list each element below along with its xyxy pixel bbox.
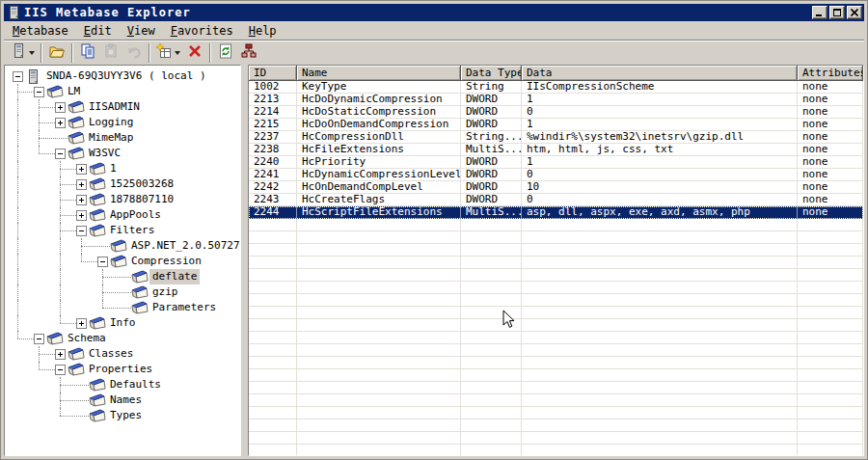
connect-button[interactable]	[8, 42, 38, 64]
column-header-data[interactable]: Data	[522, 66, 798, 81]
expand-expander[interactable]	[76, 195, 87, 205]
tree-item-info[interactable]: Info	[5, 315, 240, 331]
expand-expander[interactable]	[55, 102, 66, 113]
open-button[interactable]	[45, 42, 68, 64]
minimize-button[interactable]	[812, 6, 827, 19]
tree-item-label[interactable]: W3SVC	[86, 146, 123, 161]
tree-item-label[interactable]: Logging	[86, 115, 136, 130]
tree-item-label[interactable]: 1878807110	[107, 192, 176, 207]
tree-item-lm[interactable]: LM	[5, 84, 240, 99]
collapse-expander[interactable]	[76, 226, 87, 236]
table-cell: none	[798, 94, 863, 106]
collapse-expander[interactable]	[97, 257, 108, 267]
menu-help[interactable]: Help	[241, 23, 285, 39]
new-key-button[interactable]	[153, 42, 183, 64]
tree-item-properties[interactable]: Properties	[5, 362, 240, 377]
tree-item-label[interactable]: Properties	[86, 362, 155, 377]
tree-item-label[interactable]: ASP.NET_2.0.50727.0	[128, 238, 241, 254]
tree-item-label[interactable]: Parameters	[149, 300, 219, 315]
title-bar[interactable]: IIS Metabase Explorer	[4, 4, 864, 21]
menu-edit[interactable]: Edit	[76, 23, 120, 39]
tree-item-asp-net-2-0-50727-0[interactable]: ASP.NET_2.0.50727.0	[5, 238, 240, 254]
dropdown-arrow-icon[interactable]	[29, 51, 35, 55]
table-row[interactable]: 2238HcFileExtensionsMultiS...htm, html, …	[249, 144, 863, 156]
tree-item-parameters[interactable]: Parameters	[5, 300, 240, 315]
tree-item-filters[interactable]: Filters	[5, 223, 240, 238]
collapse-expander[interactable]	[55, 149, 66, 159]
expand-expander[interactable]	[76, 318, 87, 329]
table-row[interactable]: 2242HcOnDemandCompLevelDWORD10none	[249, 181, 863, 194]
tree-item-label[interactable]: AppPools	[107, 207, 164, 223]
menu-metabase[interactable]: Metabase	[5, 23, 76, 39]
table-row[interactable]: 2215HcDoOnDemandCompressionDWORD1none	[249, 119, 863, 131]
tree-item-1[interactable]: 1	[5, 161, 240, 176]
panel-splitter[interactable]	[241, 65, 248, 456]
view-tree-button[interactable]	[237, 42, 260, 64]
expand-expander[interactable]	[55, 349, 66, 360]
collapse-expander[interactable]	[34, 334, 44, 344]
tree-item-logging[interactable]: Logging	[5, 115, 240, 130]
tree-item-label[interactable]: Schema	[65, 331, 109, 346]
collapse-expander[interactable]	[55, 365, 66, 375]
tree-item-mimemap[interactable]: MimeMap	[5, 130, 240, 146]
tree-item-classes[interactable]: Classes	[5, 346, 240, 362]
table-row[interactable]: 2237HcCompressionDllString...%windir%\sy…	[249, 131, 863, 144]
tree-item-apppools[interactable]: AppPools	[5, 207, 240, 223]
tree-item-types[interactable]: Types	[5, 408, 240, 423]
tree-item-names[interactable]: Names	[5, 392, 240, 408]
refresh-button[interactable]	[214, 42, 237, 64]
expand-expander[interactable]	[76, 179, 87, 190]
tree-item-label[interactable]: Filters	[107, 223, 157, 238]
delete-button[interactable]	[183, 42, 206, 64]
tree-item-w3svc[interactable]: W3SVC	[5, 146, 240, 161]
maximize-button[interactable]	[829, 6, 845, 19]
tree-item-label[interactable]: Classes	[86, 346, 136, 362]
table-cell: HcOnDemandCompLevel	[297, 181, 461, 194]
table-row[interactable]: 2241HcDynamicCompressionLevelDWORD0none	[249, 169, 863, 181]
column-header-name[interactable]: Name	[297, 66, 461, 81]
tree-item-iisadmin[interactable]: IISADMIN	[5, 99, 240, 115]
menu-view[interactable]: View	[120, 23, 163, 39]
expand-expander[interactable]	[76, 164, 87, 175]
table-row[interactable]: 2213HcDoDynamicCompressionDWORD1none	[249, 94, 863, 106]
tree-item-snda-69q3uyy3v6-local-[interactable]: SNDA-69Q3UYY3V6 ( local )	[5, 68, 240, 84]
tree-item-label[interactable]: Info	[107, 315, 139, 331]
table-row[interactable]: 2243HcCreateFlagsDWORD0none	[249, 194, 863, 206]
table-cell	[461, 257, 522, 269]
tree-item-label[interactable]: Defaults	[107, 377, 164, 392]
tree-item-label[interactable]: Compression	[128, 254, 204, 269]
tree-item-label[interactable]: 1	[107, 161, 120, 176]
column-header-data-type[interactable]: Data Type	[461, 66, 522, 81]
collapse-expander[interactable]	[34, 87, 44, 97]
tree-item-defaults[interactable]: Defaults	[5, 377, 240, 392]
close-button[interactable]	[847, 6, 862, 19]
table-row[interactable]: 2214HcDoStaticCompressionDWORD0none	[249, 106, 863, 119]
tree-item-label[interactable]: SNDA-69Q3UYY3V6 ( local )	[43, 68, 209, 84]
tree-item-label[interactable]: gzip	[149, 284, 181, 300]
tree-item-label[interactable]: LM	[65, 84, 83, 99]
tree-item-deflate[interactable]: deflate	[5, 269, 240, 284]
copy-button[interactable]	[76, 42, 99, 64]
tree-item-schema[interactable]: Schema	[5, 331, 240, 346]
table-row[interactable]: 2240HcPriorityDWORD1none	[249, 156, 863, 169]
tree-item-label[interactable]: deflate	[149, 269, 200, 284]
table-row[interactable]: 1002KeyTypeStringIIsCompressionSchemenon…	[249, 81, 863, 94]
tree-item-compression[interactable]: Compression	[5, 254, 240, 269]
tree-item-label[interactable]: IISADMIN	[86, 99, 143, 115]
dropdown-arrow-icon[interactable]	[175, 51, 180, 55]
tree-item-label[interactable]: Names	[107, 392, 145, 408]
table-cell: none	[798, 206, 863, 219]
column-header-attributes[interactable]: Attributes	[798, 66, 863, 81]
collapse-expander[interactable]	[13, 71, 23, 82]
tree-item-label[interactable]: 1525003268	[107, 176, 176, 192]
tree-item-gzip[interactable]: gzip	[5, 284, 240, 300]
column-header-id[interactable]: ID	[249, 66, 297, 81]
tree-item-label[interactable]: MimeMap	[86, 130, 136, 146]
table-row[interactable]: 2244HcScriptFileExtensionsMultiS...asp, …	[249, 206, 863, 219]
tree-item-label[interactable]: Types	[107, 408, 145, 423]
tree-item-1525003268[interactable]: 1525003268	[5, 176, 240, 192]
expand-expander[interactable]	[76, 210, 87, 221]
expand-expander[interactable]	[55, 118, 66, 128]
menu-favorites[interactable]: Favorites	[163, 23, 241, 39]
tree-item-1878807110[interactable]: 1878807110	[5, 192, 240, 207]
